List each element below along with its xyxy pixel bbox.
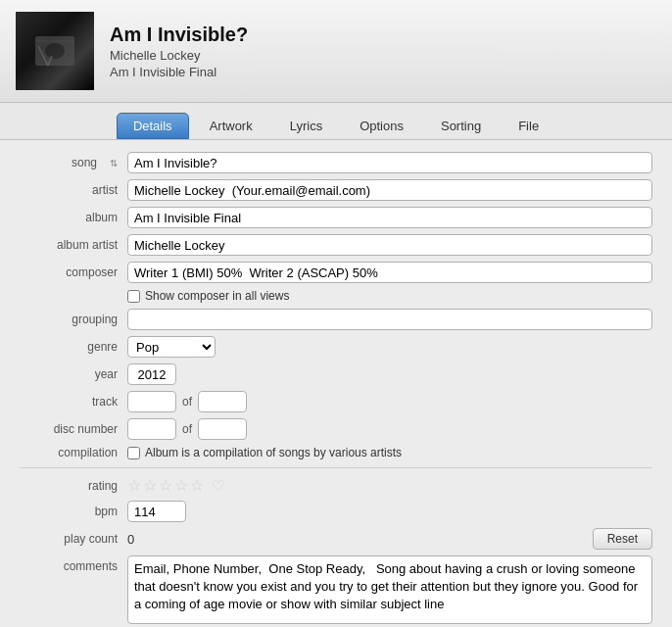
genre-row: genre Pop Rock Jazz Classical Country El… [20, 336, 652, 358]
artist-row: artist [20, 179, 652, 201]
grouping-label: grouping [20, 313, 127, 326]
compilation-label: compilation [20, 446, 127, 459]
song-row: song ⇅ [20, 152, 652, 173]
year-row: year [20, 363, 652, 385]
album-label: album [20, 211, 127, 224]
disc-of-label: of [182, 422, 192, 436]
comments-row: comments Email, Phone Number, One Stop R… [20, 555, 652, 624]
track-label: track [20, 395, 127, 409]
genre-select[interactable]: Pop Rock Jazz Classical Country Electron… [127, 336, 216, 358]
grouping-input[interactable] [127, 309, 652, 330]
rating-label: rating [20, 479, 127, 493]
rating-row: rating ☆ ☆ ☆ ☆ ☆ ♡ [20, 476, 652, 495]
show-composer-checkbox[interactable] [127, 290, 140, 303]
album-artist-label: album artist [20, 238, 127, 252]
header-album: Am I Invisible Final [110, 65, 248, 79]
play-count-value: 0 [127, 532, 593, 547]
tab-options[interactable]: Options [343, 113, 420, 139]
composer-input[interactable] [127, 262, 652, 283]
tab-lyrics[interactable]: Lyrics [273, 113, 339, 139]
disc-label: disc number [20, 422, 127, 436]
track-row: track of [20, 391, 652, 412]
song-input[interactable] [127, 152, 652, 173]
header-info: Am I Invisible? Michelle Lockey Am I Inv… [110, 24, 248, 79]
song-label: song [0, 156, 107, 169]
genre-label: genre [20, 340, 127, 354]
grouping-row: grouping [20, 309, 652, 330]
show-composer-row: Show composer in all views [20, 289, 652, 303]
album-art [16, 12, 94, 90]
star-4[interactable]: ☆ [174, 476, 188, 495]
compilation-checkbox[interactable] [127, 447, 140, 459]
compilation-checkbox-label[interactable]: Album is a compilation of songs by vario… [127, 446, 402, 459]
rating-stars: ☆ ☆ ☆ ☆ ☆ ♡ [127, 476, 224, 495]
header-artist: Michelle Lockey [110, 48, 248, 63]
header: Am I Invisible? Michelle Lockey Am I Inv… [0, 0, 672, 103]
bpm-label: bpm [20, 505, 127, 518]
svg-point-1 [45, 43, 65, 59]
track-of-label: of [182, 395, 192, 409]
composer-row: composer [20, 262, 652, 283]
tab-file[interactable]: File [502, 113, 555, 139]
tab-details[interactable]: Details [117, 113, 189, 139]
track-number-input[interactable] [127, 391, 176, 412]
comments-textarea[interactable]: Email, Phone Number, One Stop Ready, Son… [127, 555, 652, 624]
album-artist-row: album artist [20, 234, 652, 256]
track-total-input[interactable] [198, 391, 247, 412]
star-3[interactable]: ☆ [159, 476, 172, 495]
reset-button[interactable]: Reset [593, 528, 652, 550]
disc-total-input[interactable] [198, 418, 247, 440]
tab-bar: Details Artwork Lyrics Options Sorting F… [0, 103, 672, 140]
star-2[interactable]: ☆ [143, 476, 157, 495]
album-artist-input[interactable] [127, 234, 652, 256]
tab-artwork[interactable]: Artwork [193, 113, 269, 139]
star-1[interactable]: ☆ [127, 476, 141, 495]
compilation-text: Album is a compilation of songs by vario… [145, 446, 402, 459]
bpm-input[interactable] [127, 501, 186, 522]
composer-label: composer [20, 265, 127, 279]
divider-1 [20, 467, 652, 468]
album-input[interactable] [127, 207, 652, 228]
details-form: song ⇅ artist album album artist compose… [0, 140, 672, 627]
disc-number-input[interactable] [127, 418, 176, 440]
year-input[interactable] [127, 363, 176, 385]
heart-icon[interactable]: ♡ [212, 477, 224, 495]
sort-arrow-icon: ⇅ [110, 158, 118, 169]
album-row: album [20, 207, 652, 228]
comments-label: comments [20, 555, 127, 573]
tab-sorting[interactable]: Sorting [424, 113, 498, 139]
artist-label: artist [20, 183, 127, 197]
star-5[interactable]: ☆ [190, 476, 204, 495]
header-song-title: Am I Invisible? [110, 24, 248, 46]
play-count-label: play count [20, 532, 127, 546]
compilation-row: compilation Album is a compilation of so… [20, 446, 652, 459]
play-count-row: play count 0 Reset [20, 528, 652, 550]
disc-row: disc number of [20, 418, 652, 440]
bpm-row: bpm [20, 501, 652, 522]
year-label: year [20, 367, 127, 381]
artist-input[interactable] [127, 179, 652, 201]
show-composer-label[interactable]: Show composer in all views [127, 289, 289, 303]
